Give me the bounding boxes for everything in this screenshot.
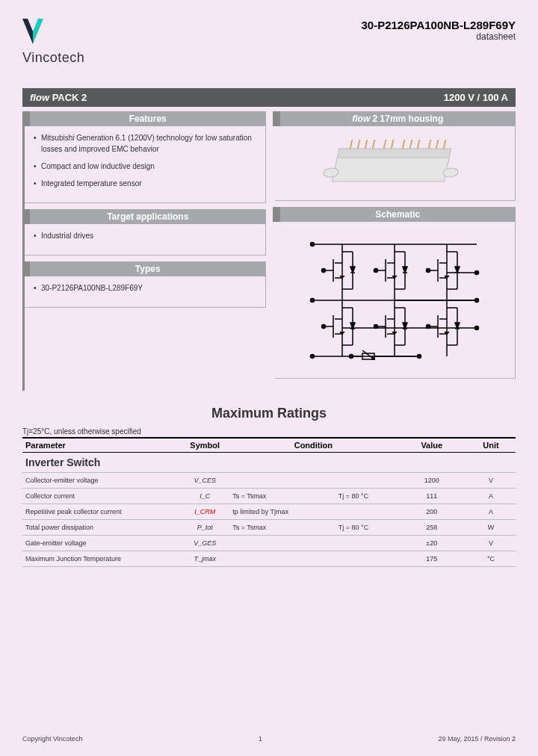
val-cell: 175: [398, 551, 466, 567]
cond-cell: [336, 551, 398, 567]
cond-cell: [336, 536, 398, 551]
svg-line-9: [392, 140, 394, 149]
schematic-icon: [297, 229, 492, 371]
section-inverter-switch: Inverter Switch: [22, 453, 516, 473]
svg-point-93: [350, 354, 353, 358]
features-body: Mitsubishi Generation 6.1 (1200V) techno…: [25, 126, 266, 203]
cond-cell: [336, 504, 398, 520]
title-bar-rating: 1200 V / 100 A: [444, 92, 508, 103]
schematic-block: Schematic: [275, 207, 516, 379]
col-condition: Condition: [229, 438, 397, 453]
svg-line-11: [410, 140, 412, 149]
table-row: Gate-emitter voltage V_GES ±20 V: [22, 536, 516, 551]
type-item: 30-P2126PA100NB-L289F69Y: [34, 282, 258, 294]
cond-cell: Ts = Tsmax: [229, 520, 336, 536]
vincotech-logo-icon: [22, 19, 43, 44]
page-footer: Copyright Vincotech 1 29 May, 2015 / Rev…: [22, 735, 516, 743]
val-cell: 1200: [398, 473, 466, 489]
val-cell: 258: [398, 520, 466, 536]
cond-cell: Ts = Tsmax: [229, 489, 336, 504]
svg-line-7: [373, 140, 375, 149]
svg-line-4: [350, 140, 353, 149]
unit-cell: A: [466, 504, 516, 520]
svg-rect-1: [337, 149, 451, 158]
module-icon: [312, 134, 477, 193]
housing-flow: flow: [352, 114, 370, 124]
svg-rect-0: [333, 156, 450, 182]
svg-line-13: [429, 140, 431, 149]
table-row: Repetitive peak collector current I_CRM …: [22, 504, 516, 520]
doc-type: datasheet: [361, 31, 516, 42]
col-value: Value: [398, 438, 466, 453]
svg-point-72: [374, 324, 378, 328]
table-row: Collector current I_C Ts = Tsmax Tj = 80…: [22, 489, 516, 504]
housing-rest: 2 17mm housing: [370, 114, 443, 124]
param-cell: Collector current: [22, 489, 180, 504]
max-ratings-title: Maximum Ratings: [22, 406, 516, 421]
logo-block: Vincotech: [22, 19, 84, 66]
unit-cell: W: [466, 520, 516, 536]
val-cell: 200: [398, 504, 466, 520]
target-apps-block: Target applications Industrial drives: [25, 209, 266, 255]
cond-cell: Tj = 80 °C: [336, 520, 398, 536]
feature-item: Compact and low inductive design: [34, 161, 258, 172]
cond-cell: Tj = 80 °C: [336, 489, 398, 504]
val-cell: ±20: [398, 536, 466, 551]
target-apps-body: Industrial drives: [25, 224, 266, 255]
svg-line-6: [365, 140, 368, 149]
max-ratings-section: Maximum Ratings Tj=25°C, unless otherwis…: [22, 406, 516, 567]
svg-point-52: [427, 268, 430, 272]
ratings-table: Parameter Symbol Condition Value Unit In…: [22, 437, 516, 567]
param-cell: Repetitive peak collector current: [22, 504, 180, 520]
cond-cell: tp limited by Tjmax: [229, 504, 336, 520]
svg-line-10: [403, 140, 405, 149]
sym-cell: P_tot: [180, 520, 229, 536]
types-header: Types: [22, 261, 266, 276]
col-parameter: Parameter: [22, 438, 180, 453]
footer-copyright: Copyright Vincotech: [22, 735, 82, 743]
target-apps-header: Target applications: [22, 209, 266, 224]
unit-cell: °C: [466, 551, 516, 567]
product-image: [275, 126, 516, 201]
val-cell: 111: [398, 489, 466, 504]
unit-cell: V: [466, 536, 516, 551]
title-bar-flow: flow: [30, 92, 49, 103]
title-bar-pack: PACK 2: [52, 92, 87, 103]
features-header: Features: [22, 111, 266, 126]
col-symbol: Symbol: [180, 438, 229, 453]
housing-header: flow 2 17mm housing: [273, 111, 516, 126]
svg-point-82: [427, 324, 430, 328]
unit-cell: V: [466, 473, 516, 489]
features-block: Features Mitsubishi Generation 6.1 (1200…: [25, 111, 266, 203]
table-row: Collector-emitter voltage V_CES 1200 V: [22, 473, 516, 489]
svg-point-94: [418, 354, 421, 358]
svg-point-19: [311, 242, 315, 246]
svg-line-14: [436, 140, 439, 149]
schematic-image: [275, 222, 516, 379]
svg-line-5: [358, 140, 360, 149]
schematic-header: Schematic: [273, 207, 516, 222]
param-cell: Total power dissipation: [22, 520, 180, 536]
svg-point-31: [322, 268, 326, 272]
overview-section: Features Mitsubishi Generation 6.1 (1200…: [22, 111, 516, 391]
svg-line-12: [418, 140, 420, 149]
feature-item: Integrated temperature sensor: [34, 178, 258, 189]
unit-cell: A: [466, 489, 516, 504]
svg-line-15: [444, 140, 446, 149]
types-body: 30-P2126PA100NB-L289F69Y: [25, 276, 266, 308]
housing-block: flow 2 17mm housing: [275, 111, 516, 201]
sym-cell: V_GES: [180, 536, 229, 551]
condition-note: Tj=25°C, unless otherwise specified: [22, 427, 516, 436]
param-cell: Maximum Junction Temperature: [22, 551, 180, 567]
title-bar-left: flow PACK 2: [30, 92, 87, 103]
company-name: Vincotech: [22, 50, 84, 66]
types-block: Types 30-P2126PA100NB-L289F69Y: [25, 261, 266, 308]
part-number: 30-P2126PA100NB-L289F69Y: [361, 19, 516, 31]
sym-cell: T_jmax: [180, 551, 229, 567]
sym-cell: I_C: [180, 489, 229, 504]
svg-point-21: [311, 354, 315, 358]
svg-line-8: [384, 140, 386, 149]
col-unit: Unit: [466, 438, 516, 453]
sym-cell: I_CRM: [194, 508, 215, 515]
cond-cell: [229, 473, 336, 489]
